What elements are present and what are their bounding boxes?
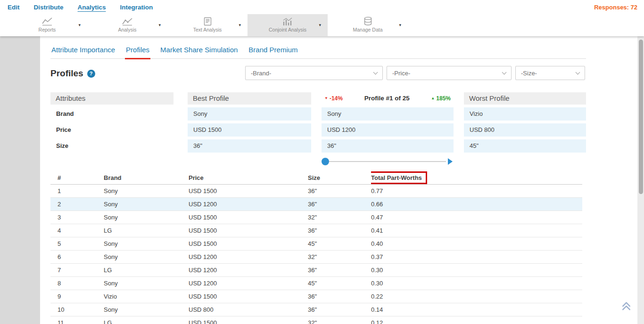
dropdown-caret-icon[interactable]: ▾ [399, 23, 401, 27]
selected-profile-rows: SonyUSD 120036" [322, 107, 454, 153]
dropdown-caret-icon[interactable]: ▾ [158, 23, 161, 27]
table-cell: LG [104, 224, 189, 237]
toolbar-item-reports[interactable]: Reports▾ [7, 14, 87, 36]
page-title: Profiles [50, 68, 83, 79]
table-cell: 32" [308, 316, 371, 324]
table-row[interactable]: 3SonyUSD 150032"0.47 [50, 211, 582, 224]
table-row[interactable]: 10SonyUSD 80036"0.14 [50, 303, 582, 316]
scrollbar-thumb[interactable] [639, 40, 643, 194]
dropdown-selected-value: -Size- [521, 70, 537, 77]
column-header-size[interactable]: Size [308, 174, 371, 181]
table-cell: Vizio [104, 290, 189, 303]
reports-chart-icon [41, 16, 53, 26]
toolbar-item-content: Reports [7, 16, 87, 32]
slider-track [326, 161, 446, 162]
table-cell: 45" [308, 277, 371, 290]
table-cell: 11 [58, 316, 104, 324]
table-cell: LG [104, 316, 189, 324]
toolbar-item-label: Text Analysis [193, 27, 222, 32]
table-cell: 0.66 [371, 198, 582, 211]
table-cell: 9 [58, 290, 104, 303]
toolbar-item-text-analysis[interactable]: Text Analysis▾ [167, 14, 248, 36]
dropdown-caret-icon[interactable]: ▾ [319, 23, 321, 27]
table-cell: Sony [104, 277, 189, 290]
column-header-total-part-worths[interactable]: Total Part-Worths [371, 171, 427, 184]
table-row[interactable]: 7LGUSD 120036"0.30 [50, 264, 582, 277]
table-cell: Sony [104, 303, 189, 316]
toolbar-item-content: Conjoint Analysis [248, 16, 328, 32]
slider-handle[interactable] [322, 158, 329, 165]
nav-item-distribute[interactable]: Distribute [34, 4, 64, 11]
profile-value: Vizio [464, 107, 586, 121]
table-row[interactable]: 8SonyUSD 120045"0.30 [50, 277, 582, 290]
page-heading: Profiles ? [50, 68, 95, 79]
database-icon [363, 16, 372, 26]
triangle-down-icon: ▼ [324, 92, 328, 105]
table-cell: 0.77 [371, 185, 582, 197]
column-header-brand[interactable]: Brand [104, 174, 189, 181]
column-header-price[interactable]: Price [189, 174, 308, 181]
table-cell: USD 1200 [189, 251, 308, 263]
nav-item-analytics[interactable]: Analytics [78, 4, 106, 11]
dropdown-selected-value: -Price- [392, 70, 410, 77]
table-cell: 32" [308, 251, 371, 263]
table-cell: 2 [58, 198, 104, 211]
table-cell: 32" [308, 211, 371, 224]
scroll-to-top-button[interactable] [620, 300, 632, 314]
help-icon[interactable]: ? [87, 70, 95, 78]
table-row[interactable]: 1SonyUSD 150036"0.77 [50, 185, 582, 198]
nav-item-integration[interactable]: Integration [120, 4, 153, 11]
tab-market-share-simulation[interactable]: Market Share Simulation [159, 44, 239, 59]
table-cell: USD 1500 [189, 237, 308, 250]
tab-attribute-importance[interactable]: Attribute Importance [50, 44, 116, 59]
filter-dropdown-brand[interactable]: -Brand- [245, 66, 383, 80]
selected-profile-header: ▼-14% Profile #1 of 25 ▲185% [322, 92, 454, 105]
toolbar-item-analysis[interactable]: Analysis▾ [87, 14, 167, 36]
table-row[interactable]: 6SonyUSD 120032"0.37 [50, 251, 582, 264]
table-cell: 0.30 [371, 277, 582, 290]
chevron-down-icon [502, 70, 507, 74]
slider-next-arrow-icon[interactable] [448, 158, 453, 165]
filter-dropdown-price[interactable]: -Price- [387, 66, 512, 80]
profile-value: USD 800 [464, 123, 586, 137]
analysis-chart-icon [122, 16, 133, 26]
worst-profile-column: Worst Profile VizioUSD 80045" [464, 92, 586, 153]
table-cell: Sony [104, 211, 189, 224]
filter-dropdown-size[interactable]: -Size- [515, 66, 585, 80]
attributes-rows: BrandPriceSize [50, 107, 173, 153]
attribute-label: Price [50, 123, 173, 137]
scrollbar[interactable] [637, 36, 644, 324]
dropdown-selected-value: -Brand- [251, 70, 271, 77]
table-cell: USD 1500 [189, 185, 308, 197]
toolbar-item-label: Reports [39, 27, 56, 32]
table-row[interactable]: 4LGUSD 150036"0.41 [50, 224, 582, 237]
table-cell: 36" [308, 290, 371, 303]
table-row[interactable]: 2SonyUSD 120036"0.66 [50, 198, 582, 211]
dropdown-caret-icon[interactable]: ▾ [78, 23, 81, 27]
selected-profile-column: ▼-14% Profile #1 of 25 ▲185% SonyUSD 120… [322, 92, 454, 153]
toolbar-item-conjoint-analysis[interactable]: Conjoint Analysis▾ [248, 14, 328, 36]
dropdown-caret-icon[interactable]: ▾ [239, 23, 241, 27]
table-cell: USD 1200 [189, 264, 308, 276]
table-row[interactable]: 9VizioUSD 150036"0.22 [50, 290, 582, 303]
toolbar: Reports▾Analysis▾Text Analysis▾Conjoint … [0, 14, 644, 36]
table-cell: 36" [308, 185, 371, 197]
toolbar-item-content: Analysis [87, 16, 167, 32]
table-cell: 0.47 [371, 211, 582, 224]
toolbar-item-manage-data[interactable]: Manage Data▾ [328, 14, 408, 36]
table-row[interactable]: 5SonyUSD 150045"0.40 [50, 237, 582, 251]
table-cell: 7 [58, 264, 104, 276]
table-row[interactable]: 11LGUSD 150032"0.12 [50, 316, 582, 324]
double-chevron-up-icon [620, 305, 632, 313]
tab-profiles[interactable]: Profiles [125, 44, 150, 59]
table-cell: 36" [308, 198, 371, 211]
tab-brand-premium[interactable]: Brand Premium [248, 44, 298, 59]
worst-profile-header: Worst Profile [464, 92, 586, 105]
table-cell: USD 1200 [189, 198, 308, 211]
column-header-num[interactable]: # [58, 174, 104, 181]
table-cell: USD 1500 [189, 290, 308, 303]
table-cell: 36" [308, 224, 371, 237]
nav-item-edit[interactable]: Edit [8, 4, 20, 11]
top-nav: EditDistributeAnalyticsIntegration Respo… [0, 0, 644, 14]
content-card: Attribute ImportanceProfilesMarket Share… [40, 36, 637, 324]
